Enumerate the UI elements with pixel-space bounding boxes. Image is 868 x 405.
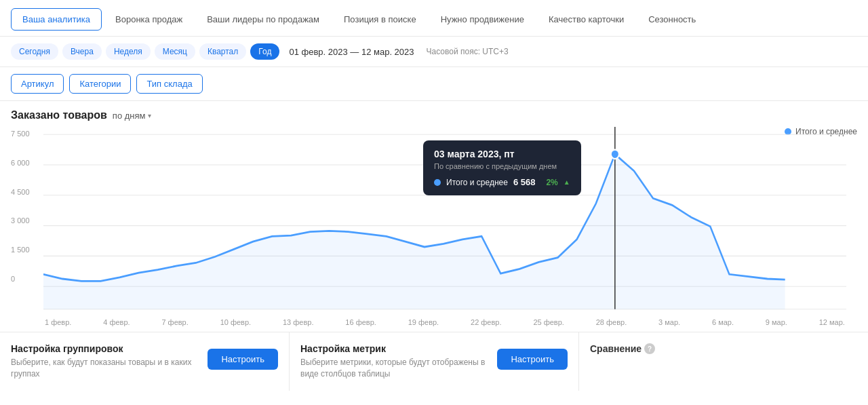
filter-article[interactable]: Артикул (11, 74, 64, 94)
tab-quality[interactable]: Качество карточки (538, 8, 635, 31)
grouping-desc: Выберите, как будут показаны товары и в … (11, 357, 208, 380)
period-week[interactable]: Неделя (106, 43, 151, 60)
x-label-10: 3 мар. (658, 318, 680, 326)
x-label-9: 28 февр. (596, 318, 627, 326)
metrics-card-header: Настройка метрик Выберите метрики, котор… (300, 343, 568, 380)
x-label-1: 4 февр. (103, 318, 130, 326)
filter-buttons-row: Артикул Категории Тип склада (0, 67, 868, 101)
chart-svg (43, 127, 846, 317)
period-filter-row: Сегодня Вчера Неделя Месяц Квартал Год 0… (0, 37, 868, 67)
x-label-6: 19 февр. (408, 318, 439, 326)
tab-analytics[interactable]: Ваша аналитика (11, 8, 102, 31)
y-label-7500: 7 500 (11, 130, 39, 138)
period-today[interactable]: Сегодня (11, 43, 58, 60)
svg-marker-7 (43, 154, 785, 309)
x-label-12: 9 мар. (766, 318, 787, 326)
x-axis: 1 февр. 4 февр. 7 февр. 10 февр. 13 февр… (43, 318, 846, 326)
x-label-0: 1 февр. (45, 318, 71, 326)
filter-category[interactable]: Категории (69, 74, 131, 94)
grouping-title: Настройка группировок (11, 343, 208, 354)
period-month[interactable]: Месяц (155, 43, 195, 60)
y-label-6000: 6 000 (11, 159, 39, 167)
x-label-2: 7 февр. (161, 318, 188, 326)
y-label-3000: 3 000 (11, 216, 39, 225)
timezone: Часовой пояс: UTC+3 (427, 47, 509, 56)
date-range: 01 февр. 2023 — 12 мар. 2023 (289, 47, 414, 57)
metrics-desc: Выберите метрики, которые будут отображе… (300, 357, 497, 380)
y-label-0: 0 (11, 275, 39, 283)
chart-area: 03 марта 2023, пт По сравнению с предыду… (43, 127, 846, 317)
tab-promo[interactable]: Нужно продвижение (430, 8, 535, 31)
chart-period-select[interactable]: по дням ▾ (113, 111, 152, 121)
comparison-card: Сравнение ? (579, 332, 868, 391)
tab-leaders[interactable]: Ваши лидеры по продажам (196, 8, 330, 31)
chart-section: Заказано товаров по дням ▾ Итого и средн… (0, 101, 868, 326)
y-axis: 7 500 6 000 4 500 3 000 1 500 0 (11, 127, 39, 283)
metrics-title: Настройка метрик (300, 343, 497, 354)
period-quarter[interactable]: Квартал (199, 43, 246, 60)
bottom-section: Настройка группировок Выберите, как буду… (0, 332, 868, 391)
x-label-7: 22 февр. (471, 318, 501, 326)
x-label-11: 6 мар. (712, 318, 734, 326)
x-label-13: 12 мар. (819, 318, 845, 326)
filter-warehouse[interactable]: Тип склада (136, 74, 202, 94)
metrics-card: Настройка метрик Выберите метрики, котор… (290, 332, 579, 391)
grouping-configure-button[interactable]: Настроить (208, 349, 278, 370)
chevron-down-icon: ▾ (148, 112, 151, 119)
tab-funnel[interactable]: Воронка продаж (104, 8, 193, 31)
chart-title: Заказано товаров (11, 109, 107, 121)
y-label-1500: 1 500 (11, 246, 39, 254)
tab-search-pos[interactable]: Позиция в поиске (333, 8, 427, 31)
svg-point-9 (611, 150, 619, 159)
x-label-4: 13 февр. (283, 318, 313, 326)
tab-season[interactable]: Сезонность (637, 8, 707, 31)
chart-title-row: Заказано товаров по дням ▾ (11, 109, 857, 121)
comparison-title: Сравнение (590, 343, 642, 354)
x-label-5: 16 февр. (345, 318, 376, 326)
period-yesterday[interactable]: Вчера (62, 43, 102, 60)
period-year[interactable]: Год (250, 43, 279, 60)
y-label-4500: 4 500 (11, 188, 39, 196)
x-label-3: 10 февр. (220, 318, 251, 326)
top-nav: Ваша аналитика Воронка продаж Ваши лидер… (0, 0, 868, 37)
x-label-8: 25 февр. (533, 318, 564, 326)
metrics-configure-button[interactable]: Настроить (497, 349, 568, 370)
chart-wrapper: Итого и среднее 7 500 6 000 4 500 3 000 … (11, 127, 857, 326)
grouping-card-header: Настройка группировок Выберите, как буду… (11, 343, 278, 380)
grouping-card: Настройка группировок Выберите, как буду… (0, 332, 290, 391)
comparison-title-row: Сравнение ? (590, 343, 857, 354)
question-icon[interactable]: ? (644, 343, 655, 354)
period-select-label: по дням (113, 111, 146, 121)
